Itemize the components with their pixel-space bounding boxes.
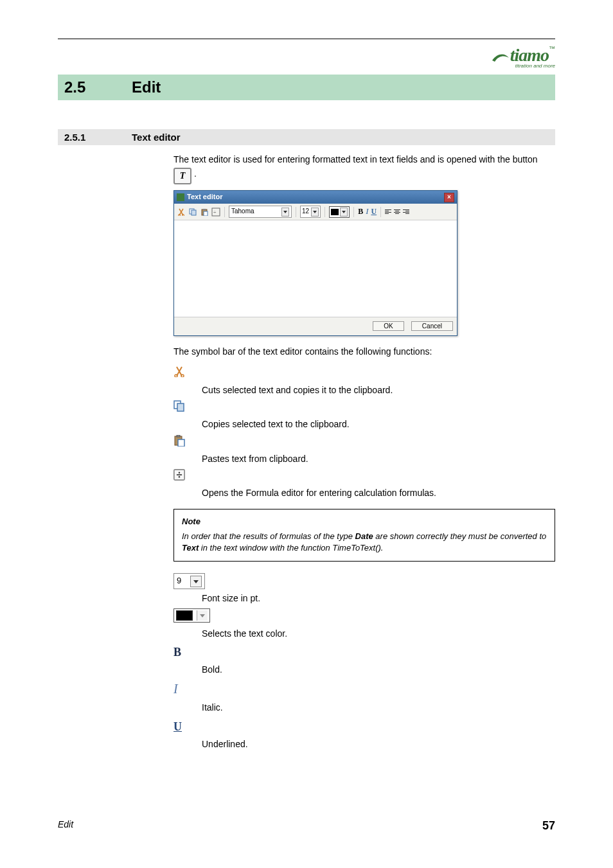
section-heading: 2.5 Edit: [58, 75, 555, 100]
svg-rect-14: [177, 435, 180, 437]
font-size-value: 12: [302, 207, 309, 217]
trademark: ™: [549, 45, 555, 52]
formula-description: Opens the Formula editor for entering ca…: [202, 486, 555, 499]
subsection-title: Text editor: [132, 132, 181, 143]
font-size-description: Font size in pt.: [202, 592, 555, 605]
cut-icon: [173, 366, 191, 380]
align-right-button[interactable]: [403, 209, 409, 214]
paste-description: Pastes text from clipboard.: [202, 452, 555, 465]
copy-icon[interactable]: [188, 208, 197, 217]
page-footer: Edit 57: [58, 819, 555, 833]
subsection-number: 2.5.1: [64, 132, 132, 143]
paste-icon: [173, 435, 191, 450]
chevron-down-icon: [311, 208, 319, 217]
note-title: Note: [182, 516, 547, 528]
intro-text-1: The text editor is used for entering for…: [173, 154, 538, 164]
cut-icon[interactable]: [177, 208, 186, 217]
window-title: Text editor: [187, 192, 222, 202]
brand-logo: tiamo™ titration and more: [491, 45, 555, 69]
svg-point-17: [179, 472, 180, 474]
text-editor-titlebar: Text editor ×: [174, 191, 457, 204]
intro-text-2: .: [194, 168, 197, 179]
align-center-button[interactable]: [394, 209, 400, 214]
formula-icon[interactable]: ÷: [211, 208, 220, 217]
ok-button[interactable]: OK: [373, 321, 404, 331]
font-size-select[interactable]: 12: [300, 206, 321, 218]
text-color-control[interactable]: [173, 608, 210, 623]
svg-rect-3: [191, 210, 196, 215]
bold-button[interactable]: B: [358, 206, 363, 217]
text-editor-footer: OK Cancel: [174, 317, 457, 335]
note-text: In order that the results of formulas of…: [182, 531, 547, 555]
italic-icon: I: [173, 680, 191, 698]
note-box: Note In order that the results of formul…: [173, 509, 555, 562]
text-color-select[interactable]: [329, 206, 350, 218]
svg-rect-12: [177, 403, 184, 411]
underline-button[interactable]: U: [371, 206, 377, 217]
svg-text:÷: ÷: [213, 209, 217, 215]
footer-right: 57: [542, 819, 555, 833]
svg-point-9: [175, 375, 177, 377]
color-swatch: [331, 209, 339, 215]
intro-paragraph: The text editor is used for entering for…: [173, 153, 555, 182]
app-icon: [177, 193, 184, 201]
bold-description: Bold.: [202, 663, 555, 676]
brand-name: tiamo: [510, 45, 549, 65]
text-editor-button-glyph: T: [180, 171, 186, 181]
formula-icon: [173, 469, 191, 484]
cut-description: Cuts selected text and copies it to the …: [202, 384, 555, 396]
svg-rect-5: [203, 209, 206, 210]
underline-description: Underlined.: [202, 738, 555, 750]
copy-icon: [173, 400, 191, 415]
subsection-heading: 2.5.1 Text editor: [58, 129, 555, 145]
bold-icon: B: [173, 644, 191, 660]
font-name-value: Tahoma: [231, 207, 254, 217]
font-name-select[interactable]: Tahoma: [229, 206, 292, 218]
close-button[interactable]: ×: [444, 193, 454, 202]
chevron-down-icon: [340, 208, 348, 217]
italic-button[interactable]: I: [366, 206, 368, 218]
text-editor-textarea[interactable]: [174, 220, 457, 317]
italic-description: Italic.: [202, 701, 555, 714]
text-editor-open-button[interactable]: T: [173, 168, 191, 184]
svg-point-10: [181, 375, 184, 377]
swoosh-icon: [491, 51, 510, 66]
underline-icon: U: [173, 718, 191, 735]
font-size-value: 9: [177, 575, 181, 587]
symbol-bar-intro: The symbol bar of the text editor contai…: [173, 345, 555, 358]
chevron-down-icon: [281, 208, 289, 217]
footer-left: Edit: [58, 819, 73, 833]
svg-point-19: [179, 476, 180, 477]
paste-icon[interactable]: [200, 208, 209, 217]
text-editor-window: Text editor × ÷ Tahoma: [173, 190, 458, 336]
text-editor-toolbar: ÷ Tahoma 12 B I: [174, 204, 457, 220]
align-left-button[interactable]: [385, 209, 391, 214]
chevron-down-icon: [190, 576, 202, 587]
svg-rect-15: [178, 439, 184, 447]
svg-rect-6: [204, 211, 208, 216]
cancel-button[interactable]: Cancel: [411, 321, 453, 331]
svg-rect-18: [177, 474, 182, 475]
text-color-description: Selects the text color.: [202, 627, 555, 640]
copy-description: Copies selected text to the clipboard.: [202, 418, 555, 430]
color-swatch: [176, 610, 193, 621]
chevron-down-icon: [197, 610, 208, 621]
section-number: 2.5: [64, 78, 132, 96]
section-title: Edit: [132, 78, 161, 96]
font-size-control[interactable]: 9: [173, 573, 205, 589]
